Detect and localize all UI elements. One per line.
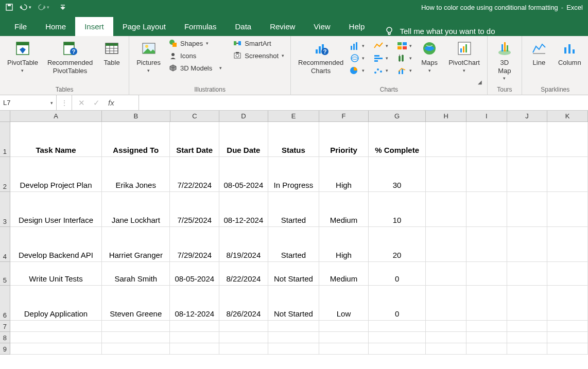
- cell-G1[interactable]: % Complete: [369, 122, 426, 157]
- cell-I1[interactable]: [466, 122, 507, 157]
- shapes-button[interactable]: Shapes ▾: [167, 38, 224, 48]
- cell-C3[interactable]: 7/25/2024: [170, 192, 219, 227]
- col-header-A[interactable]: A: [10, 111, 102, 121]
- name-box[interactable]: L7 ▾: [0, 95, 57, 110]
- cell-G4[interactable]: 20: [369, 227, 426, 262]
- cell-E1[interactable]: Status: [268, 122, 320, 157]
- undo-icon[interactable]: ▾: [20, 3, 31, 11]
- row-header-2[interactable]: 2: [0, 157, 10, 192]
- cell-D3[interactable]: 08-12-2024: [219, 192, 268, 227]
- select-all-corner[interactable]: [0, 111, 10, 121]
- cell-J9[interactable]: [507, 343, 548, 355]
- cell-I4[interactable]: [466, 227, 507, 262]
- cell-G8[interactable]: [369, 332, 426, 343]
- 3d-models-button[interactable]: 3D Models ▾: [167, 63, 224, 73]
- cell-C6[interactable]: 08-12-2024: [170, 286, 219, 321]
- redo-icon[interactable]: ▾: [38, 3, 49, 11]
- col-header-G[interactable]: G: [369, 111, 426, 121]
- customize-qat-icon[interactable]: [59, 3, 67, 11]
- col-header-K[interactable]: K: [547, 111, 588, 121]
- cell-J3[interactable]: [507, 192, 548, 227]
- cell-B7[interactable]: [102, 321, 170, 332]
- cell-C8[interactable]: [170, 332, 219, 343]
- cell-K7[interactable]: [547, 321, 588, 332]
- cell-K9[interactable]: [547, 343, 588, 355]
- cell-A9[interactable]: [10, 343, 102, 355]
- col-header-J[interactable]: J: [507, 111, 548, 121]
- col-header-B[interactable]: B: [102, 111, 170, 121]
- cell-E3[interactable]: Started: [268, 192, 320, 227]
- table-button[interactable]: Table: [99, 38, 125, 69]
- cell-J2[interactable]: [507, 157, 548, 192]
- col-header-E[interactable]: E: [268, 111, 320, 121]
- sparkline-column-button[interactable]: Column: [555, 38, 584, 69]
- pivottable-button[interactable]: PivotTable ▾: [4, 38, 41, 75]
- cell-H1[interactable]: [426, 122, 466, 157]
- cell-D8[interactable]: [219, 332, 268, 343]
- cell-C5[interactable]: 08-05-2024: [170, 262, 219, 286]
- cell-K6[interactable]: [547, 286, 588, 321]
- combo-chart-button[interactable]: ▾: [397, 66, 413, 75]
- cell-A6[interactable]: Deploy Application: [10, 286, 102, 321]
- cell-F8[interactable]: [319, 332, 369, 343]
- cell-C4[interactable]: 7/29/2024: [170, 227, 219, 262]
- tab-file[interactable]: File: [5, 17, 36, 36]
- col-header-H[interactable]: H: [426, 111, 466, 121]
- map-chart-button[interactable]: ▾: [350, 54, 366, 63]
- cell-J5[interactable]: [507, 262, 548, 286]
- cell-I3[interactable]: [466, 192, 507, 227]
- row-header-1[interactable]: 1: [0, 122, 10, 157]
- tab-data[interactable]: Data: [226, 17, 261, 36]
- cell-F9[interactable]: [319, 343, 369, 355]
- cell-D6[interactable]: 8/26/2024: [219, 286, 268, 321]
- cell-G2[interactable]: 30: [369, 157, 426, 192]
- cell-D1[interactable]: Due Date: [219, 122, 268, 157]
- cell-G7[interactable]: [369, 321, 426, 332]
- recommended-pivottables-button[interactable]: ? Recommended PivotTables: [44, 38, 96, 77]
- cell-C2[interactable]: 7/22/2024: [170, 157, 219, 192]
- col-header-F[interactable]: F: [319, 111, 369, 121]
- cell-H6[interactable]: [426, 286, 466, 321]
- row-header-9[interactable]: 9: [0, 343, 10, 355]
- scatter-chart-button[interactable]: ▾: [373, 66, 390, 75]
- cell-C9[interactable]: [170, 343, 219, 355]
- pivotchart-button[interactable]: PivotChart ▾: [445, 38, 483, 75]
- cell-F4[interactable]: High: [319, 227, 369, 262]
- cell-J6[interactable]: [507, 286, 548, 321]
- screenshot-button[interactable]: Screenshot ▾: [231, 50, 286, 61]
- cell-B1[interactable]: Assigned To: [102, 122, 170, 157]
- cell-D2[interactable]: 08-05-2024: [219, 157, 268, 192]
- cell-J4[interactable]: [507, 227, 548, 262]
- cell-C7[interactable]: [170, 321, 219, 332]
- 3d-map-button[interactable]: 3D Map ▾: [492, 38, 517, 83]
- col-header-I[interactable]: I: [466, 111, 507, 121]
- row-header-3[interactable]: 3: [0, 192, 10, 227]
- recommended-charts-button[interactable]: ? Recommended Charts: [295, 38, 347, 77]
- cell-H9[interactable]: [426, 343, 466, 355]
- column-chart-button[interactable]: ▾: [350, 41, 366, 50]
- cell-H8[interactable]: [426, 332, 466, 343]
- tab-page-layout[interactable]: Page Layout: [113, 17, 175, 36]
- cell-A7[interactable]: [10, 321, 102, 332]
- cell-E5[interactable]: Not Started: [268, 262, 320, 286]
- cell-E2[interactable]: In Progress: [268, 157, 320, 192]
- cell-H4[interactable]: [426, 227, 466, 262]
- charts-dialog-launcher[interactable]: ◢: [478, 79, 482, 85]
- cell-D5[interactable]: 8/22/2024: [219, 262, 268, 286]
- cell-H2[interactable]: [426, 157, 466, 192]
- row-header-6[interactable]: 6: [0, 286, 10, 321]
- cell-E9[interactable]: [268, 343, 320, 355]
- hierarchy-chart-button[interactable]: ▾: [397, 41, 413, 50]
- cell-B4[interactable]: Harriet Granger: [102, 227, 170, 262]
- cell-F6[interactable]: Low: [319, 286, 369, 321]
- pie-chart-button[interactable]: ▾: [350, 66, 366, 75]
- save-icon[interactable]: [5, 3, 13, 11]
- tab-formulas[interactable]: Formulas: [175, 17, 226, 36]
- cell-F7[interactable]: [319, 321, 369, 332]
- cell-A2[interactable]: Develop Project Plan: [10, 157, 102, 192]
- cell-F1[interactable]: Priority: [319, 122, 369, 157]
- tab-review[interactable]: Review: [261, 17, 304, 36]
- cell-B3[interactable]: Jane Lockhart: [102, 192, 170, 227]
- cell-H7[interactable]: [426, 321, 466, 332]
- cell-E6[interactable]: Not Started: [268, 286, 320, 321]
